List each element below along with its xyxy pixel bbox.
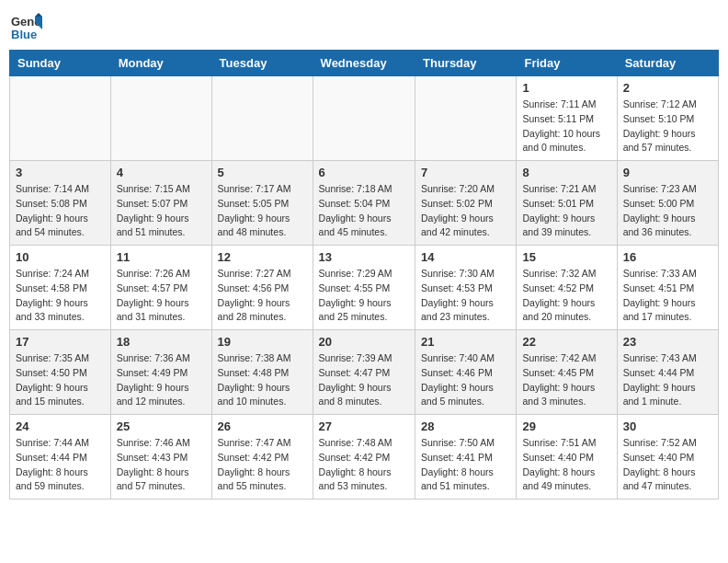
week-row-2: 10Sunrise: 7:24 AM Sunset: 4:58 PM Dayli… <box>10 246 719 330</box>
day-info: Sunrise: 7:35 AM Sunset: 4:50 PM Dayligh… <box>16 351 105 409</box>
day-number: 11 <box>117 250 206 264</box>
weekday-header-monday: Monday <box>110 51 211 76</box>
day-info: Sunrise: 7:29 AM Sunset: 4:55 PM Dayligh… <box>319 267 409 325</box>
day-number: 10 <box>16 250 105 264</box>
day-number: 9 <box>623 166 712 179</box>
day-number: 15 <box>522 250 610 264</box>
day-number: 8 <box>522 166 610 179</box>
calendar-cell: 11Sunrise: 7:26 AM Sunset: 4:57 PM Dayli… <box>110 246 211 330</box>
calendar-cell: 18Sunrise: 7:36 AM Sunset: 4:49 PM Dayli… <box>110 330 211 415</box>
day-info: Sunrise: 7:18 AM Sunset: 5:04 PM Dayligh… <box>319 182 409 240</box>
calendar-cell <box>313 76 415 161</box>
day-info: Sunrise: 7:47 AM Sunset: 4:42 PM Dayligh… <box>218 436 307 494</box>
calendar-cell: 20Sunrise: 7:39 AM Sunset: 4:47 PM Dayli… <box>313 330 415 415</box>
week-row-1: 3Sunrise: 7:14 AM Sunset: 5:08 PM Daylig… <box>10 161 719 246</box>
day-number: 5 <box>218 166 307 179</box>
day-number: 22 <box>522 335 610 349</box>
day-info: Sunrise: 7:40 AM Sunset: 4:46 PM Dayligh… <box>421 351 510 409</box>
day-info: Sunrise: 7:27 AM Sunset: 4:56 PM Dayligh… <box>218 267 307 325</box>
day-number: 28 <box>421 419 510 433</box>
day-info: Sunrise: 7:23 AM Sunset: 5:00 PM Dayligh… <box>623 182 712 240</box>
calendar-cell: 10Sunrise: 7:24 AM Sunset: 4:58 PM Dayli… <box>10 246 111 330</box>
calendar-cell: 9Sunrise: 7:23 AM Sunset: 5:00 PM Daylig… <box>617 161 718 246</box>
day-info: Sunrise: 7:42 AM Sunset: 4:45 PM Dayligh… <box>522 351 610 409</box>
calendar-cell <box>110 76 211 161</box>
week-row-3: 17Sunrise: 7:35 AM Sunset: 4:50 PM Dayli… <box>10 330 719 415</box>
day-info: Sunrise: 7:20 AM Sunset: 5:02 PM Dayligh… <box>421 182 510 240</box>
day-number: 18 <box>117 335 206 349</box>
day-number: 4 <box>117 166 206 179</box>
calendar-cell: 19Sunrise: 7:38 AM Sunset: 4:48 PM Dayli… <box>211 330 313 415</box>
day-number: 29 <box>522 419 610 433</box>
day-info: Sunrise: 7:30 AM Sunset: 4:53 PM Dayligh… <box>421 267 510 325</box>
calendar-cell: 24Sunrise: 7:44 AM Sunset: 4:44 PM Dayli… <box>10 415 111 500</box>
calendar-cell <box>211 76 313 161</box>
day-info: Sunrise: 7:11 AM Sunset: 5:11 PM Dayligh… <box>522 98 610 155</box>
calendar-cell <box>10 76 111 161</box>
calendar-cell: 25Sunrise: 7:46 AM Sunset: 4:43 PM Dayli… <box>110 415 211 500</box>
day-number: 30 <box>623 419 712 433</box>
calendar-cell: 16Sunrise: 7:33 AM Sunset: 4:51 PM Dayli… <box>617 246 718 330</box>
svg-text:Blue: Blue <box>11 28 37 41</box>
header: General Blue <box>9 9 719 42</box>
calendar-cell: 23Sunrise: 7:43 AM Sunset: 4:44 PM Dayli… <box>617 330 718 415</box>
day-info: Sunrise: 7:51 AM Sunset: 4:40 PM Dayligh… <box>522 436 610 494</box>
calendar-cell: 13Sunrise: 7:29 AM Sunset: 4:55 PM Dayli… <box>313 246 415 330</box>
calendar-cell: 26Sunrise: 7:47 AM Sunset: 4:42 PM Dayli… <box>211 415 313 500</box>
calendar-cell: 30Sunrise: 7:52 AM Sunset: 4:40 PM Dayli… <box>617 415 718 500</box>
weekday-header-friday: Friday <box>517 51 617 76</box>
day-info: Sunrise: 7:36 AM Sunset: 4:49 PM Dayligh… <box>117 351 206 409</box>
day-info: Sunrise: 7:38 AM Sunset: 4:48 PM Dayligh… <box>218 351 307 409</box>
calendar-cell: 15Sunrise: 7:32 AM Sunset: 4:52 PM Dayli… <box>517 246 617 330</box>
calendar-cell: 21Sunrise: 7:40 AM Sunset: 4:46 PM Dayli… <box>415 330 517 415</box>
day-number: 12 <box>218 250 307 264</box>
day-number: 7 <box>421 166 510 179</box>
calendar-cell: 6Sunrise: 7:18 AM Sunset: 5:04 PM Daylig… <box>313 161 415 246</box>
day-info: Sunrise: 7:33 AM Sunset: 4:51 PM Dayligh… <box>623 267 712 325</box>
calendar-cell: 12Sunrise: 7:27 AM Sunset: 4:56 PM Dayli… <box>211 246 313 330</box>
calendar-cell: 4Sunrise: 7:15 AM Sunset: 5:07 PM Daylig… <box>110 161 211 246</box>
calendar-cell <box>415 76 517 161</box>
calendar-cell: 8Sunrise: 7:21 AM Sunset: 5:01 PM Daylig… <box>517 161 617 246</box>
day-number: 3 <box>16 166 105 179</box>
day-info: Sunrise: 7:24 AM Sunset: 4:58 PM Dayligh… <box>16 267 105 325</box>
day-info: Sunrise: 7:26 AM Sunset: 4:57 PM Dayligh… <box>117 267 206 325</box>
day-number: 2 <box>623 81 712 95</box>
day-number: 17 <box>16 335 105 349</box>
calendar-cell: 1Sunrise: 7:11 AM Sunset: 5:11 PM Daylig… <box>517 76 617 161</box>
weekday-header-saturday: Saturday <box>617 51 718 76</box>
weekday-header-wednesday: Wednesday <box>313 51 415 76</box>
day-number: 21 <box>421 335 510 349</box>
day-number: 14 <box>421 250 510 264</box>
calendar-cell: 17Sunrise: 7:35 AM Sunset: 4:50 PM Dayli… <box>10 330 111 415</box>
calendar-cell: 22Sunrise: 7:42 AM Sunset: 4:45 PM Dayli… <box>517 330 617 415</box>
weekday-header-row: SundayMondayTuesdayWednesdayThursdayFrid… <box>10 51 719 76</box>
week-row-4: 24Sunrise: 7:44 AM Sunset: 4:44 PM Dayli… <box>10 415 719 500</box>
day-info: Sunrise: 7:50 AM Sunset: 4:41 PM Dayligh… <box>421 436 510 494</box>
day-info: Sunrise: 7:21 AM Sunset: 5:01 PM Dayligh… <box>522 182 610 240</box>
calendar-cell: 7Sunrise: 7:20 AM Sunset: 5:02 PM Daylig… <box>415 161 517 246</box>
day-info: Sunrise: 7:17 AM Sunset: 5:05 PM Dayligh… <box>218 182 307 240</box>
day-number: 23 <box>623 335 712 349</box>
calendar-cell: 27Sunrise: 7:48 AM Sunset: 4:42 PM Dayli… <box>313 415 415 500</box>
weekday-header-thursday: Thursday <box>415 51 517 76</box>
day-info: Sunrise: 7:32 AM Sunset: 4:52 PM Dayligh… <box>522 267 610 325</box>
day-info: Sunrise: 7:15 AM Sunset: 5:07 PM Dayligh… <box>117 182 206 240</box>
day-number: 6 <box>319 166 409 179</box>
day-info: Sunrise: 7:44 AM Sunset: 4:44 PM Dayligh… <box>16 436 105 494</box>
calendar-cell: 14Sunrise: 7:30 AM Sunset: 4:53 PM Dayli… <box>415 246 517 330</box>
calendar-cell: 5Sunrise: 7:17 AM Sunset: 5:05 PM Daylig… <box>211 161 313 246</box>
day-info: Sunrise: 7:14 AM Sunset: 5:08 PM Dayligh… <box>16 182 105 240</box>
logo: General Blue <box>9 9 42 42</box>
day-number: 20 <box>319 335 409 349</box>
weekday-header-tuesday: Tuesday <box>211 51 313 76</box>
day-number: 1 <box>522 81 610 95</box>
day-number: 24 <box>16 419 105 433</box>
day-info: Sunrise: 7:52 AM Sunset: 4:40 PM Dayligh… <box>623 436 712 494</box>
day-info: Sunrise: 7:39 AM Sunset: 4:47 PM Dayligh… <box>319 351 409 409</box>
day-info: Sunrise: 7:12 AM Sunset: 5:10 PM Dayligh… <box>623 98 712 155</box>
day-info: Sunrise: 7:43 AM Sunset: 4:44 PM Dayligh… <box>623 351 712 409</box>
calendar: SundayMondayTuesdayWednesdayThursdayFrid… <box>9 50 719 500</box>
day-number: 27 <box>319 419 409 433</box>
day-number: 13 <box>319 250 409 264</box>
